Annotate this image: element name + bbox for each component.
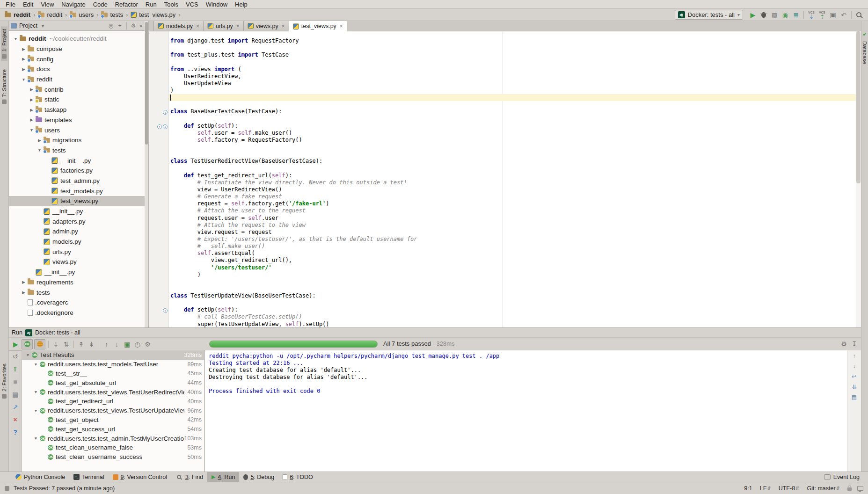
console-output[interactable]: reddit_pycha:python -u /opt/.pycharm_hel… [205, 350, 847, 472]
previous-failed-test-icon[interactable]: ↑ [102, 340, 111, 349]
expand-arrow-icon[interactable]: ▶ [21, 57, 27, 61]
tree-item-tests[interactable]: ▼tests [9, 145, 148, 156]
coverage-icon[interactable]: ▩ [769, 10, 780, 20]
menu-help[interactable]: Help [231, 0, 251, 9]
tree-item-templates[interactable]: ▶templates [9, 115, 148, 125]
tree-item--coveragerc[interactable]: .coveragerc [9, 298, 148, 308]
test-history-icon[interactable]: ◷ [132, 340, 142, 349]
expand-arrow-icon[interactable]: ▼ [36, 148, 43, 153]
open-results-icon[interactable]: ↗ [10, 403, 21, 411]
event-log-button[interactable]: Event Log [824, 474, 864, 480]
status-encoding[interactable]: UTF-8⇵ [779, 485, 800, 492]
expand-arrow-icon[interactable]: ▼ [33, 408, 39, 413]
toggle-auto-test-icon[interactable]: ⇑ [10, 365, 21, 373]
menu-refactor[interactable]: Refactor [111, 0, 142, 9]
tree-item-test-views-py[interactable]: test_views.py [9, 196, 148, 206]
test-item-test-get-success-url[interactable]: test_get_success_url54ms [22, 424, 204, 434]
export-test-results-icon[interactable]: ▣ [122, 340, 132, 349]
tree-item-test-admin-py[interactable]: test_admin.py [9, 176, 148, 186]
close-tab-icon[interactable]: × [282, 23, 285, 29]
menu-vcs[interactable]: VCS [182, 0, 202, 9]
show-ignored-toggle[interactable] [34, 339, 45, 349]
toolwindow-terminal[interactable]: Terminal [69, 472, 108, 482]
menu-navigate[interactable]: Navigate [58, 0, 89, 9]
help-icon[interactable]: ? [10, 428, 21, 436]
breadcrumb-item-reddit[interactable]: reddit [4, 11, 31, 18]
run-test-icon[interactable]: ↑ [163, 308, 168, 313]
breadcrumb-item-tests[interactable]: tests [100, 11, 124, 18]
scroll-to-end-icon[interactable]: ⇊ [849, 383, 860, 391]
expand-arrow-icon[interactable]: ▶ [29, 108, 35, 112]
run-test-icon[interactable]: ↓ [163, 110, 168, 115]
tree-item--init-py[interactable]: __init__.py [9, 267, 148, 277]
run-configuration-select[interactable]: Docker: tests - all ▾ [675, 10, 743, 20]
settings-icon[interactable]: ⚙ [129, 22, 138, 30]
run-test-icon[interactable]: ↑ [157, 124, 162, 129]
tree-item-compose[interactable]: ▶compose [9, 44, 148, 54]
tab-views-py[interactable]: views.py× [244, 21, 289, 31]
tree-item-taskapp[interactable]: ▶taskapp [9, 105, 148, 115]
menu-file[interactable]: File [2, 0, 19, 9]
rerun-failed-icon[interactable]: ↺ [10, 352, 21, 361]
menu-view[interactable]: View [37, 0, 58, 9]
show-passed-toggle[interactable] [22, 339, 33, 349]
shelf-icon[interactable]: ▣ [828, 10, 838, 20]
print-icon[interactable]: ▤ [849, 393, 860, 401]
toolwindow-version-control[interactable]: 9: Version Control [109, 472, 171, 482]
expand-arrow-icon[interactable]: ▼ [33, 390, 39, 394]
toolwindow-toggle-icon[interactable] [5, 486, 9, 491]
toolwindow-debug[interactable]: 5: Debug [239, 472, 278, 482]
soft-wrap-icon[interactable]: ↩ [849, 373, 860, 380]
test-item-test-clean-username-false[interactable]: test_clean_username_false53ms [22, 443, 204, 452]
tree-item-tests[interactable]: ▶tests [9, 287, 148, 298]
expand-arrow-icon[interactable]: ▶ [21, 290, 27, 295]
expand-arrow-icon[interactable]: ▶ [29, 87, 35, 92]
vcs-commit-icon[interactable]: VCS⇡ [817, 10, 827, 20]
rerun-tests-icon[interactable]: ▶ [11, 340, 21, 349]
status-git-branch[interactable]: Git: master⇵ [807, 485, 840, 492]
scroll-down-icon[interactable]: ↓ [849, 363, 860, 370]
collapse-all-icon[interactable]: ÷ [116, 22, 124, 30]
tree-item--init-py[interactable]: __init__.py [9, 206, 148, 217]
tree-item-factories-py[interactable]: factories.py [9, 166, 148, 176]
tab-models-py[interactable]: models.py× [153, 21, 204, 31]
debug-icon[interactable] [759, 10, 769, 20]
tree-item-test-models-py[interactable]: test_models.py [9, 186, 148, 196]
search-everywhere-icon[interactable] [854, 10, 864, 20]
toolwindow-run[interactable]: ▶4: Run [207, 472, 239, 482]
stripe-button-database[interactable]: Database [862, 39, 868, 66]
inspection-ok-icon[interactable]: ✔ [862, 31, 867, 37]
run-dashboard-icon[interactable]: ≣ [791, 10, 801, 20]
toolwindow-python-console[interactable]: Python Console [11, 472, 69, 482]
test-item-reddit-users-tests-test-views-testuserredirectview[interactable]: ▼reddit.users.tests.test_views.TestUserR… [22, 387, 204, 397]
test-item-reddit-users-tests-test-views-testuserupdateview[interactable]: ▼reddit.users.tests.test_views.TestUserU… [22, 406, 204, 415]
expand-arrow-icon[interactable]: ▼ [33, 362, 39, 367]
test-item-reddit-users-tests-test-models-testuser[interactable]: ▼reddit.users.tests.test_models.TestUser… [22, 360, 204, 369]
stop-icon[interactable]: ■ [10, 378, 21, 386]
run-icon[interactable]: ▶ [748, 10, 758, 20]
expand-arrow-icon[interactable]: ▼ [33, 436, 39, 441]
tree-item--init-py[interactable]: __init__.py [9, 155, 148, 166]
expand-all-icon[interactable]: ↟ [76, 340, 86, 349]
status-line-ending[interactable]: LF⇵ [760, 485, 771, 492]
tree-item--dockerignore[interactable]: .dockerignore [9, 308, 148, 318]
stripe-button-structure[interactable]: 7: Structure [1, 67, 7, 106]
breadcrumb-item-test_views-py[interactable]: test_views.py [130, 11, 176, 18]
menu-run[interactable]: Run [142, 0, 160, 9]
tree-item-config[interactable]: ▶config [9, 54, 148, 64]
settings-icon[interactable]: ⚙ [839, 339, 849, 349]
vcs-update-icon[interactable]: VCS⇣ [806, 10, 817, 20]
expand-arrow-icon[interactable]: ▶ [21, 47, 27, 51]
close-tab-icon[interactable]: × [196, 23, 199, 29]
tree-item-static[interactable]: ▶static [9, 94, 148, 105]
test-item-test-get-object[interactable]: test_get_object42ms [22, 415, 204, 425]
tree-item-reddit[interactable]: ▼reddit [9, 74, 148, 85]
tree-item-docs[interactable]: ▶docs [9, 64, 148, 74]
hector-icon[interactable] [857, 486, 863, 491]
more-options-icon[interactable]: ⚙ [143, 340, 153, 349]
toolwindow-todo[interactable]: 6: TODO [278, 472, 317, 482]
lock-icon[interactable] [847, 487, 852, 491]
expand-arrow-icon[interactable]: ▶ [36, 138, 43, 143]
test-item-test-clean-username-success[interactable]: test_clean_username_success50ms [22, 452, 204, 462]
project-tree-scrollbar[interactable] [145, 21, 148, 327]
